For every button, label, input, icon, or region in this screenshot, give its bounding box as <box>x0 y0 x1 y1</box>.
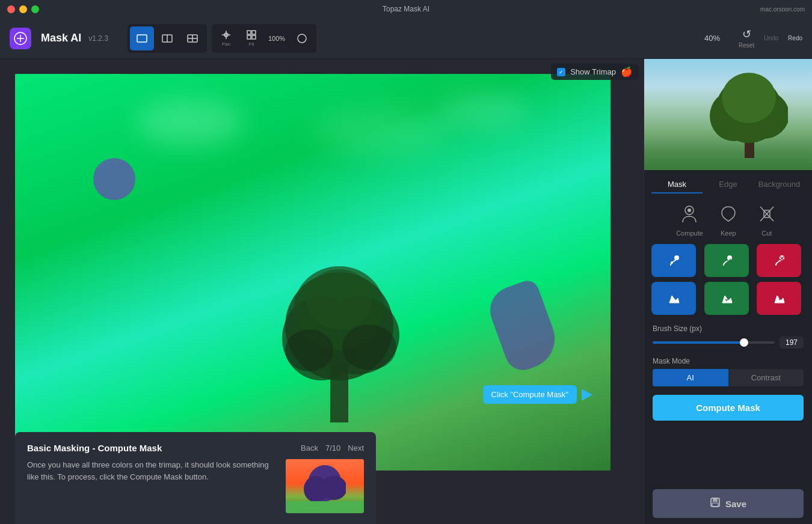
svg-rect-39 <box>713 498 718 502</box>
right-panel: Mask Edge Background Compute <box>644 59 812 524</box>
app-version: v1.2.3 <box>88 34 108 43</box>
brush-size-value: 197 <box>780 337 804 349</box>
svg-rect-40 <box>712 503 718 507</box>
zoom-label: 100% <box>268 35 285 42</box>
cut-tool[interactable]: Cut <box>754 201 780 237</box>
brush-slider-fill <box>653 341 744 344</box>
tutorial-title: Basic Masking - Compute Mask <box>27 443 162 453</box>
tab-mask[interactable]: Mask <box>651 176 703 193</box>
view-split-btn[interactable] <box>155 26 179 50</box>
tab-edge[interactable]: Edge <box>703 176 754 193</box>
brush-fill-cut-btn[interactable] <box>757 282 801 315</box>
view-grid-btn[interactable] <box>180 26 205 50</box>
svg-point-31 <box>687 209 691 212</box>
save-button[interactable]: Save <box>653 489 804 518</box>
compute-tool[interactable]: Compute <box>676 201 703 237</box>
tutorial-description: Once you have all three colors on the tr… <box>27 459 276 483</box>
brush-compute-btn[interactable] <box>651 244 696 277</box>
thumb-tree <box>304 459 346 507</box>
brush-size-row: 197 <box>653 337 804 349</box>
tutorial-header: Basic Masking - Compute Mask Back 7/10 N… <box>27 443 364 453</box>
tooltip-arrow <box>582 389 592 401</box>
brush-fill-compute-btn[interactable] <box>651 282 696 315</box>
mode-tabs: Mask Edge Background <box>644 170 812 193</box>
trimap-checkbox[interactable]: ✓ <box>557 68 565 76</box>
trimap-label: Show Trimap <box>570 67 616 76</box>
brush-size-label: Brush Size (px) <box>653 324 804 333</box>
mask-mode-contrast-btn[interactable]: Contrast <box>728 369 804 386</box>
app-logo <box>10 28 31 49</box>
svg-point-12 <box>298 34 306 43</box>
brush-size-slider[interactable] <box>653 341 775 344</box>
redo-button[interactable]: Redo <box>788 35 802 41</box>
tutorial-back-btn[interactable]: Back <box>301 443 318 452</box>
brush-size-section: Brush Size (px) 197 <box>644 320 812 353</box>
view-single-btn[interactable] <box>130 26 154 50</box>
svg-point-19 <box>342 324 396 370</box>
zoom-100-btn[interactable]: 100% <box>265 26 289 50</box>
tutorial-thumbnail <box>286 459 364 513</box>
svg-point-35 <box>727 255 732 260</box>
maximize-button[interactable] <box>31 5 39 13</box>
svg-point-18 <box>285 329 333 371</box>
zoom-percent: 40% <box>700 34 724 43</box>
brush-keep-btn[interactable] <box>704 244 749 277</box>
tutorial-body: Once you have all three colors on the tr… <box>27 459 364 513</box>
keep-icon <box>715 201 742 227</box>
save-icon <box>710 497 721 510</box>
watermark: mac.orsoon.com <box>760 6 805 13</box>
pan-tool-btn[interactable]: Pan <box>214 26 238 50</box>
svg-point-34 <box>671 261 673 264</box>
compute-mask-button[interactable]: Compute Mask <box>653 395 804 421</box>
mask-mode-ai-btn[interactable]: AI <box>653 369 728 386</box>
brush-grid <box>644 239 812 320</box>
brush-cut-btn[interactable] <box>757 244 801 277</box>
pan-label: Pan <box>222 41 230 47</box>
tooltip-text: Click "Compute Mask" <box>483 385 577 404</box>
zoom-circle-btn[interactable] <box>290 26 314 50</box>
svg-rect-9 <box>252 35 256 39</box>
mask-mode-section: Mask Mode AI Contrast <box>644 353 812 390</box>
trimap-bar: ✓ Show Trimap 🍎 <box>551 64 639 80</box>
brush-fill-keep-btn[interactable] <box>704 282 749 315</box>
cloud-3 <box>436 92 526 128</box>
app-name: Mask AI <box>41 32 81 44</box>
cloud-1 <box>135 98 244 146</box>
reset-button[interactable]: ↺ Reset <box>739 28 754 49</box>
minimize-button[interactable] <box>19 5 27 13</box>
svg-rect-1 <box>137 35 147 42</box>
tutorial-page: 7/10 <box>325 443 340 452</box>
canvas-image[interactable] <box>15 74 611 471</box>
nav-tool-group: Pan Fit 100% <box>212 24 316 53</box>
canvas-area[interactable]: ✓ Show Trimap 🍎 <box>0 59 644 524</box>
svg-point-29 <box>722 73 776 123</box>
keep-tool[interactable]: Keep <box>715 201 742 237</box>
keep-label: Keep <box>721 230 736 237</box>
save-section: Save <box>644 483 812 524</box>
compute-icon <box>676 201 703 227</box>
svg-rect-11 <box>247 35 251 39</box>
brush-slider-thumb[interactable] <box>740 338 748 347</box>
mask-mode-row: AI Contrast <box>653 369 804 386</box>
svg-point-37 <box>671 299 673 302</box>
preview-tree <box>710 62 788 158</box>
undo-button[interactable]: Undo <box>764 35 778 41</box>
svg-rect-10 <box>252 31 256 34</box>
tutorial-nav: Back 7/10 Next <box>301 443 364 452</box>
mask-mode-label: Mask Mode <box>653 357 804 365</box>
close-button[interactable] <box>7 5 15 13</box>
cut-icon <box>754 201 780 227</box>
fit-tool-btn[interactable]: Fit <box>239 26 263 50</box>
traffic-lights <box>7 5 39 13</box>
tutorial-next-btn[interactable]: Next <box>348 443 364 452</box>
svg-point-24 <box>321 476 346 500</box>
preview-image <box>644 59 812 170</box>
brush-mark-circle <box>93 158 135 200</box>
reset-icon: ↺ <box>742 28 751 41</box>
title-bar: Topaz Mask AI mac.orsoon.com <box>0 0 812 18</box>
tab-background[interactable]: Background <box>754 176 805 193</box>
thumb-grass <box>286 501 364 513</box>
fit-label: Fit <box>249 41 254 47</box>
tooltip-container: Click "Compute Mask" <box>483 385 592 404</box>
svg-point-33 <box>674 255 679 260</box>
